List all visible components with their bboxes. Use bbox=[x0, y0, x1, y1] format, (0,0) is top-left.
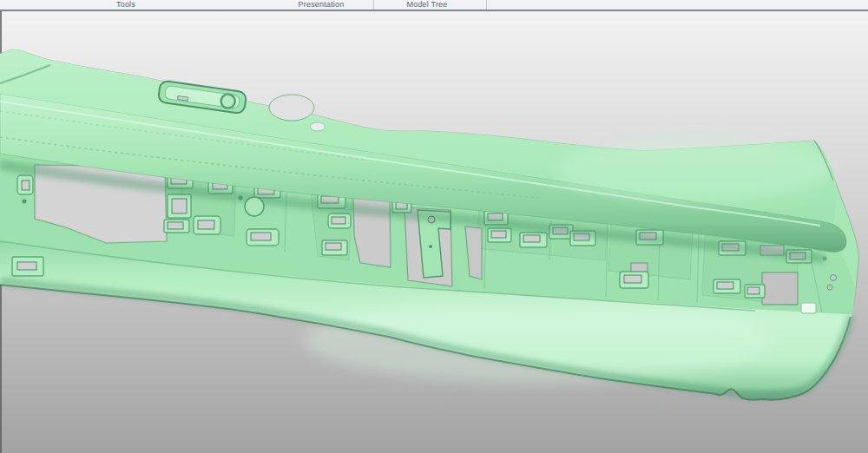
3d-viewport-canvas[interactable] bbox=[0, 11, 868, 453]
tab-separator bbox=[486, 0, 487, 10]
ribbon-tab-bar: Tools Presentation Model Tree bbox=[0, 0, 868, 11]
tab-presentation[interactable]: Presentation bbox=[278, 0, 365, 10]
edge-scallop-cutout bbox=[269, 95, 314, 121]
tab-separator bbox=[373, 0, 374, 10]
tab-tools[interactable]: Tools bbox=[82, 0, 169, 10]
shell-highlight bbox=[304, 297, 773, 384]
face-highlight bbox=[556, 136, 833, 202]
tab-model-tree[interactable]: Model Tree bbox=[384, 0, 470, 10]
3d-viewport[interactable] bbox=[0, 11, 868, 453]
sensor-hole bbox=[311, 122, 326, 131]
